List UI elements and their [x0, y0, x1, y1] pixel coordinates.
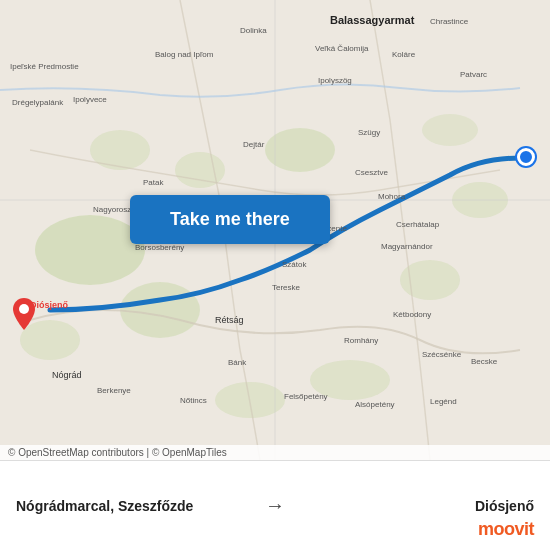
svg-point-6 [310, 360, 390, 400]
svg-point-1 [35, 215, 145, 285]
svg-point-11 [422, 114, 478, 146]
svg-point-2 [120, 282, 200, 338]
route-arrow-icon: → [265, 494, 285, 517]
bottom-bar: Nógrádmarcal, Szeszfőzde → Diósjenő moov… [0, 460, 550, 550]
destination-pin [13, 298, 35, 328]
svg-point-14 [19, 304, 29, 314]
svg-point-8 [90, 130, 150, 170]
origin-pin [517, 148, 535, 166]
map-container: Balassagyarmat Dolinka Veľká Čalomija Ko… [0, 0, 550, 460]
map-attribution: © OpenStreetMap contributors | © OpenMap… [0, 445, 550, 460]
route-to-label: Diósjenő [295, 498, 534, 514]
route-from-label: Nógrádmarcal, Szeszfőzde [16, 498, 255, 514]
attribution-text: © OpenStreetMap contributors | © OpenMap… [8, 447, 227, 458]
moovit-logo: moovit [478, 519, 534, 540]
take-me-there-button[interactable]: Take me there [130, 195, 330, 244]
